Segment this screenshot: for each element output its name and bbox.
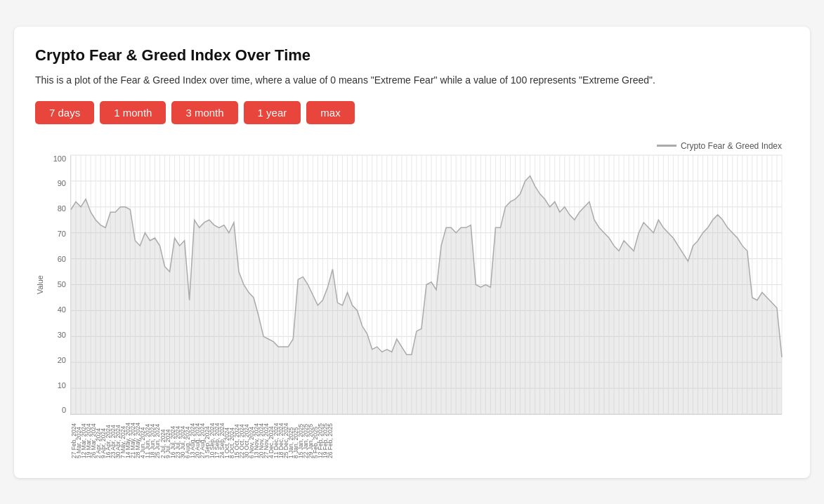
time-range-buttons: 7 days 1 month 3 month 1 year max (35, 101, 789, 124)
y-label-30: 30 (58, 331, 66, 339)
btn-7days[interactable]: 7 days (35, 101, 94, 124)
page-title: Crypto Fear & Greed Index Over Time (35, 46, 789, 65)
page-subtitle: This is a plot of the Fear & Greed Index… (35, 74, 789, 86)
y-label-60: 60 (58, 256, 66, 263)
btn-max[interactable]: max (306, 101, 354, 124)
chart-container: Crypto Fear & Greed Index 100 90 80 70 6… (35, 141, 789, 464)
legend-label: Crypto Fear & Greed Index (681, 141, 782, 151)
y-label-10: 10 (58, 382, 66, 390)
x-label: 26 Feb, 2025 (327, 423, 334, 458)
y-label-40: 40 (58, 306, 66, 314)
y-label-70: 70 (58, 230, 66, 238)
chart-svg (71, 155, 782, 414)
x-axis-labels: 27 Feb, 20245 Mar, 202412 Mar, 202419 Ma… (70, 415, 782, 464)
y-label-80: 80 (58, 205, 66, 213)
y-label-50: 50 (58, 281, 66, 289)
y-label-20: 20 (58, 357, 66, 364)
btn-3month[interactable]: 3 month (171, 101, 237, 124)
btn-1month[interactable]: 1 month (100, 101, 166, 124)
main-card: Crypto Fear & Greed Index Over Time This… (14, 27, 810, 478)
y-label-90: 90 (58, 180, 66, 187)
y-axis-title: Value (36, 275, 44, 294)
y-label-100: 100 (53, 155, 66, 163)
y-label-0: 0 (62, 406, 66, 414)
btn-1year[interactable]: 1 year (244, 101, 301, 124)
chart-area (70, 155, 782, 415)
legend-line-icon (657, 145, 676, 147)
